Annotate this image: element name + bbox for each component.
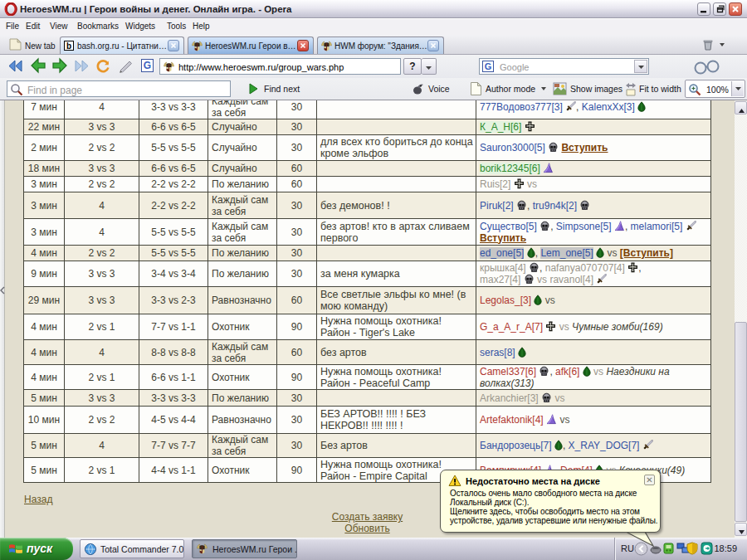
svg-text:b: b [66, 41, 71, 51]
